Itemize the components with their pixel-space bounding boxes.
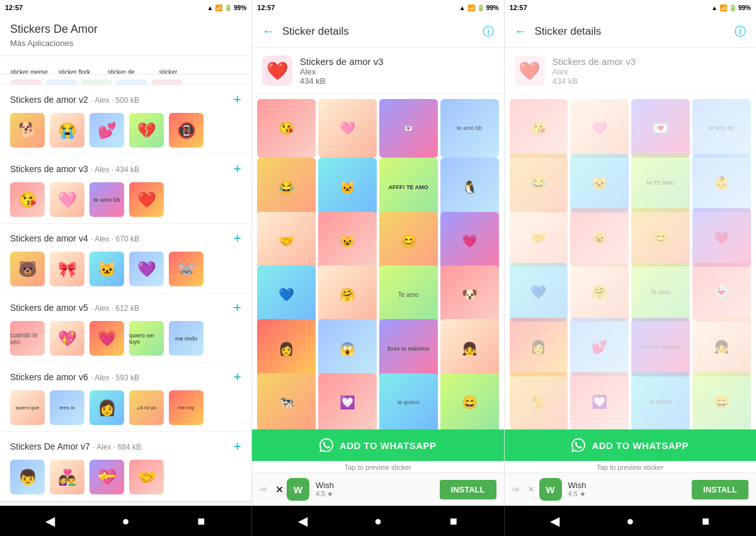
- pack-v5-header: Stickers de amor v5 · Alex · 612 kB +: [10, 300, 241, 316]
- home-btn-1[interactable]: ●: [117, 512, 135, 530]
- sticker-2-5[interactable]: 😂: [257, 158, 316, 216]
- time-1: 12:57: [5, 4, 23, 11]
- pack-v7-title-area: Stickers De Amor v7 · Alex · 684 kB: [10, 441, 141, 452]
- sticker-3-9[interactable]: 🤝: [510, 208, 568, 267]
- menu-btn-1[interactable]: ■: [192, 512, 210, 530]
- pack-size-3: 434 kB: [553, 76, 636, 86]
- sticker-2-8[interactable]: 🐧: [440, 158, 499, 216]
- pack-v5-p2: 💖: [50, 321, 84, 356]
- sticker-2-17[interactable]: 👩: [257, 319, 316, 378]
- pack-v4-add-btn[interactable]: +: [233, 230, 241, 247]
- sticker-3-6[interactable]: 🐱: [570, 154, 629, 213]
- sticker-3-21[interactable]: 🐈: [510, 372, 568, 429]
- mas-aplicaciones[interactable]: Más Aplicaciones: [10, 36, 241, 53]
- sticker-3-1[interactable]: 😘: [510, 99, 568, 158]
- home-btn-2[interactable]: ●: [369, 512, 387, 530]
- sticker-2-15[interactable]: Te amo: [379, 265, 438, 324]
- battery-pct-2: 99%: [486, 4, 499, 11]
- pack-name-2: Stickers de amor v3: [300, 56, 384, 67]
- pack-v7-add-btn[interactable]: +: [233, 438, 241, 455]
- sticker-3-10[interactable]: 😺: [570, 208, 629, 267]
- sticker-3-14[interactable]: 🤗: [570, 263, 629, 322]
- sticker-2-13[interactable]: 💙: [257, 265, 316, 324]
- sticker-2-20[interactable]: 👧: [440, 319, 499, 378]
- sticker-3-4[interactable]: te amo bb: [692, 99, 751, 158]
- sticker-3-3[interactable]: 💌: [631, 99, 690, 158]
- sticker-3-18[interactable]: 💕: [570, 318, 629, 376]
- sticker-3-22[interactable]: 💟: [570, 372, 629, 429]
- sticker-3-24[interactable]: 😄: [692, 372, 751, 429]
- pack-v5-add-btn[interactable]: +: [233, 300, 241, 316]
- pack-v2-p3: 💕: [89, 113, 124, 148]
- add-whatsapp-btn-3[interactable]: ADD TO WHATSAPP: [505, 429, 757, 461]
- ad-rating-3: 4.5 ★: [568, 490, 686, 498]
- pack-v4-header: Stickers de amor v4 · Alex · 670 kB +: [10, 230, 241, 247]
- ad-close-3[interactable]: ✕: [528, 485, 533, 494]
- pack-icon-3: ❤️: [515, 55, 545, 86]
- ad-label-3: Ad: [512, 486, 519, 492]
- ad-close-2[interactable]: ✕: [275, 484, 280, 496]
- sticker-2-21[interactable]: 🐄: [257, 373, 316, 429]
- sticker-2-14[interactable]: 🤗: [318, 265, 377, 324]
- sticker-2-24[interactable]: 😄: [440, 373, 499, 429]
- sticker-2-3[interactable]: 💌: [379, 99, 438, 158]
- add-whatsapp-btn-2[interactable]: ADD TO WHATSAPP: [252, 429, 504, 461]
- home-btn-3[interactable]: ●: [621, 512, 639, 530]
- pack-size-2: 434 kB: [300, 76, 384, 86]
- back-btn-2[interactable]: ◀: [294, 512, 311, 530]
- sticker-2-7[interactable]: AFFF! TE AMO: [379, 158, 438, 216]
- preview-0-5: 😊: [151, 79, 183, 85]
- install-btn-3[interactable]: INSTALL: [692, 480, 748, 499]
- sticker-3-11[interactable]: 😊: [631, 208, 690, 267]
- pack-v2-title-area: Stickers de amor v2 · Alex · 500 kB: [10, 94, 139, 105]
- sticker-2-2[interactable]: 🩷: [318, 99, 377, 158]
- sticker-3-5[interactable]: 😂: [510, 154, 568, 213]
- sticker-3-23[interactable]: te quiero: [631, 372, 690, 429]
- sticker-3-2[interactable]: 🩷: [570, 99, 629, 158]
- pack-v3-add-btn[interactable]: +: [233, 161, 241, 177]
- preview-0-1: 👩: [10, 79, 42, 85]
- status-icons-3: ▲ 📶 🔋 99%: [711, 4, 751, 11]
- info-icon-3[interactable]: ⓘ: [735, 24, 746, 39]
- pack-v7-meta: · Alex · 684 kB: [93, 443, 141, 452]
- sticker-2-23[interactable]: te quiero: [379, 373, 438, 429]
- pack-v2-add-btn[interactable]: +: [233, 91, 241, 108]
- sticker-2-6[interactable]: 🐱: [318, 158, 377, 216]
- install-btn-2[interactable]: INSTALL: [440, 480, 496, 499]
- back-arrow-3[interactable]: ←: [515, 24, 527, 38]
- sticker-2-9[interactable]: 🤝: [257, 212, 316, 271]
- sticker-3-19[interactable]: Eres lo máximo: [631, 318, 690, 376]
- sticker-pack-v6: Stickers de amor v6 · Alex · 593 kB + qu…: [0, 363, 251, 432]
- sticker-3-17[interactable]: 👩: [510, 318, 568, 376]
- pack-v6-add-btn[interactable]: +: [233, 369, 241, 385]
- sticker-2-18[interactable]: 😱: [318, 319, 377, 378]
- sticker-3-16[interactable]: 👻: [692, 263, 751, 322]
- panel1-bottom-ad: 🚗 descúbrelo ▶: [0, 501, 251, 506]
- info-icon-2[interactable]: ⓘ: [483, 24, 494, 39]
- pack-v7-title: Stickers De Amor v7: [10, 441, 90, 452]
- sticker-2-10[interactable]: 😺: [318, 212, 377, 271]
- pack-v7-header: Stickers De Amor v7 · Alex · 684 kB +: [10, 438, 241, 455]
- sticker-2-1[interactable]: 😘: [257, 99, 316, 158]
- menu-btn-3[interactable]: ■: [697, 512, 714, 530]
- sticker-2-22[interactable]: 💟: [318, 373, 377, 429]
- sticker-3-13[interactable]: 💙: [510, 263, 568, 322]
- battery-pct-1: 99%: [234, 4, 246, 11]
- back-btn-1[interactable]: ◀: [42, 512, 59, 530]
- sticker-3-8[interactable]: 👶: [692, 154, 751, 213]
- sticker-2-11[interactable]: 😊: [379, 212, 438, 271]
- ad-rating-2: 4.5 ★: [316, 490, 433, 498]
- cat-label-meme: sticker meme: [10, 69, 47, 74]
- sticker-2-16[interactable]: 🐶: [440, 265, 499, 324]
- sticker-3-12[interactable]: 💗: [692, 208, 751, 267]
- sticker-3-20[interactable]: 👧: [692, 318, 751, 376]
- sticker-2-4[interactable]: te amo bb: [440, 99, 499, 158]
- sticker-3-15[interactable]: Te amo: [631, 263, 690, 322]
- menu-btn-2[interactable]: ■: [445, 512, 462, 530]
- sticker-2-12[interactable]: 💗: [440, 212, 499, 271]
- back-btn-3[interactable]: ◀: [546, 512, 564, 530]
- sticker-2-19[interactable]: Eres lo máximo: [379, 319, 438, 378]
- back-arrow-2[interactable]: ←: [262, 24, 275, 38]
- sticker-3-7[interactable]: NI TE AMO: [631, 154, 690, 213]
- pack-v4-title-area: Stickers de amor v4 · Alex · 670 kB: [10, 233, 139, 244]
